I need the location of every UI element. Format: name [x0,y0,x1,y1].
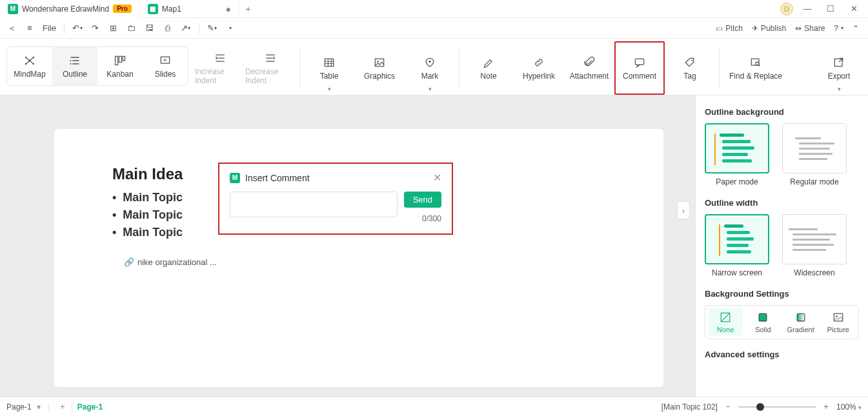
view-mode-group: MindMap Outline Kanban Slides [6,46,188,86]
close-dialog-button[interactable]: ✕ [433,172,441,184]
none-icon [719,311,732,324]
close-window-button[interactable]: ✕ [845,4,863,14]
mark-button[interactable]: Mark▾ [405,41,455,95]
tag-icon [683,56,696,69]
edit-quick-button[interactable]: ✎▾ [205,21,220,36]
outline-width-title: Outline width [705,198,859,208]
svg-rect-8 [119,56,121,62]
attachment-button[interactable]: Attachment [564,41,614,95]
back-button[interactable]: ＜ [4,21,19,36]
wide-thumb [782,214,847,264]
pitch-button[interactable]: ▭Pitch [716,24,743,33]
widescreen-card[interactable]: Widescreen [782,214,847,277]
comment-icon [633,56,646,69]
page-dropdown[interactable]: Page-1▾ [6,402,49,411]
maximize-button[interactable]: ☐ [822,4,840,14]
find-replace-button[interactable]: Find & Replace [723,41,788,95]
bg-picture[interactable]: Picture [821,308,856,336]
svg-rect-11 [325,59,333,66]
export-quick-button[interactable]: ↗▾ [178,21,194,36]
minimize-button[interactable]: — [798,4,816,14]
share-button[interactable]: ⇔Share [795,24,825,33]
bg-gradient[interactable]: Gradient [783,308,818,336]
collapse-ribbon-button[interactable]: ⌃ [853,24,859,33]
comment-button[interactable]: Comment [614,41,665,95]
comment-input[interactable] [230,192,398,217]
undo-button[interactable]: ↶▾ [70,21,85,36]
note-button[interactable]: Note [463,41,514,95]
app-tab[interactable]: M Wondershare EdrawMind Pro [0,0,139,18]
picture-icon [832,311,845,324]
ribbon: MindMap Outline Kanban Slides Increase I… [0,39,868,95]
regular-mode-thumb [782,123,847,173]
hyperlink-button[interactable]: Hyperlink [514,41,564,95]
more-quick-button[interactable]: ▾ [223,21,238,36]
tag-button[interactable]: Tag [665,41,715,95]
outline-icon [68,54,81,67]
bg-none[interactable]: None [708,308,743,336]
graphics-button[interactable]: Graphics [354,41,405,95]
svg-rect-23 [834,313,842,321]
view-mindmap[interactable]: MindMap [7,47,52,85]
zoom-level[interactable]: 100% ▾ [836,402,862,411]
document-tab[interactable]: ▦ Map1 ● [139,0,239,18]
view-outline[interactable]: Outline [52,47,97,85]
publish-button[interactable]: ✈Publish [752,24,786,33]
save-button[interactable]: 🖫 [142,21,157,36]
file-menu[interactable]: File [40,21,59,36]
decrease-indent-button[interactable]: Decrease Indent [245,41,296,95]
sidepanel-toggle[interactable]: › [677,201,690,219]
hamburger-icon[interactable]: ≡ [22,21,37,36]
selection-info: [Main Topic 102] [661,402,718,411]
svg-rect-7 [116,56,118,64]
zoom-slider[interactable] [738,406,816,408]
narrow-screen-card[interactable]: Narrow screen [705,214,769,277]
kanban-icon [114,54,126,67]
add-page-button[interactable]: ＋ [54,401,72,412]
slides-icon [159,54,172,67]
gradient-icon [794,311,807,324]
regular-mode-card[interactable]: Regular mode [782,123,847,186]
zoom-out-button[interactable]: － [724,401,732,412]
titlebar: M Wondershare EdrawMind Pro ▦ Map1 ● ＋ D… [0,0,868,18]
redo-button[interactable]: ↷ [88,21,103,36]
export-button[interactable]: Export▾ [814,41,864,95]
dialog-logo-icon: M [230,173,240,183]
user-avatar[interactable]: D [780,3,793,15]
bg-solid[interactable]: Solid [745,308,780,336]
view-slides[interactable]: Slides [143,47,188,85]
svg-point-5 [70,59,71,61]
canvas-area[interactable]: Main Idea Main Topic Main Topic Main Top… [0,95,695,397]
doc-tab-label: Map1 [162,5,181,14]
view-kanban[interactable]: Kanban [97,47,143,85]
unsaved-dot-icon: ● [225,4,230,14]
bg-settings-group: None Solid Gradient Picture [705,305,859,339]
bg-settings-title: Background Settings [705,289,859,299]
doc-icon: ▦ [148,4,158,14]
help-button[interactable]: ?▾ [834,24,843,33]
link-icon: 🔗 [124,257,134,267]
increase-indent-button[interactable]: Increase Indent [195,41,245,95]
new-tab-button[interactable]: ＋ [239,3,257,15]
char-count: 0/300 [422,214,441,223]
status-bar: Page-1▾ ＋ Page-1 [Main Topic 102] － ＋ 10… [0,397,868,416]
svg-rect-9 [123,56,125,61]
outline-bg-title: Outline background [705,107,859,117]
new-button[interactable]: ⊞ [106,21,121,36]
paper-mode-thumb [705,123,769,173]
svg-point-14 [429,60,430,62]
print-button[interactable]: ⎙ [160,21,176,36]
mark-icon [423,56,436,69]
page-tab[interactable]: Page-1 [72,402,108,411]
mindmap-icon [23,54,36,67]
paper-mode-card[interactable]: Paper mode [705,123,769,186]
menubar: ＜ ≡ File ↶▾ ↷ ⊞ 🗀 🖫 ⎙ ↗▾ ✎▾ ▾ ▭Pitch ✈Pu… [0,18,868,39]
zoom-in-button[interactable]: ＋ [822,401,830,412]
solid-icon [756,311,769,324]
table-button[interactable]: Table▾ [304,41,354,95]
attachment-chip[interactable]: 🔗 nike organizational ... [124,257,217,267]
open-button[interactable]: 🗀 [124,21,139,36]
table-icon [323,56,336,69]
send-button[interactable]: Send [404,192,441,208]
app-logo-icon: M [8,4,18,14]
